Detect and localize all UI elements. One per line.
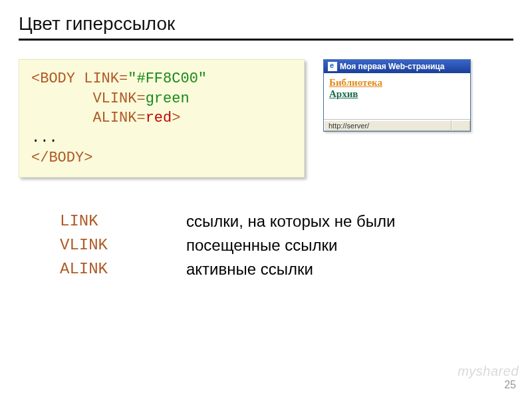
def-term: VLINK — [60, 233, 186, 257]
page-number: 25 — [504, 379, 516, 391]
code-text: red — [146, 110, 172, 126]
def-term: ALINK — [60, 257, 186, 281]
code-text: ALINK= — [31, 110, 146, 126]
def-desc: ссылки, на которых не были — [186, 209, 395, 233]
def-desc: активные ссылки — [186, 257, 313, 281]
watermark: myshared — [458, 364, 519, 379]
slide-title: Цвет гиперссылок — [19, 13, 513, 35]
browser-viewport: Библиотека Архив — [324, 73, 470, 120]
browser-titlebar: Моя первая Web-страница — [324, 60, 470, 73]
browser-statusbar: http://server/ — [324, 120, 470, 131]
code-text: </BODY> — [31, 148, 292, 168]
content-row: <BODY LINK="#FF8C00" VLINK=green ALINK=r… — [19, 59, 513, 178]
code-text: ... — [31, 128, 292, 148]
preview-link-library[interactable]: Библиотека — [329, 77, 465, 88]
code-text: "#FF8C00" — [128, 70, 207, 87]
def-term: LINK — [60, 209, 186, 233]
definitions-list: LINK ссылки, на которых не были VLINK по… — [60, 209, 513, 281]
ie-icon — [328, 62, 337, 71]
def-desc: посещенные ссылки — [186, 233, 337, 257]
browser-title: Моя первая Web-страница — [340, 62, 444, 71]
preview-link-archive[interactable]: Архив — [329, 88, 465, 100]
list-item: LINK ссылки, на которых не были — [60, 209, 513, 233]
list-item: ALINK активные ссылки — [60, 257, 513, 281]
status-url: http://server/ — [324, 120, 452, 131]
code-text: VLINK= — [31, 90, 146, 107]
title-divider — [19, 39, 513, 41]
status-spacer — [452, 120, 470, 131]
code-text: > — [172, 110, 180, 126]
list-item: VLINK посещенные ссылки — [60, 233, 513, 257]
code-example-box: <BODY LINK="#FF8C00" VLINK=green ALINK=r… — [19, 59, 305, 178]
code-text: <BODY — [31, 70, 84, 87]
browser-preview: Моя первая Web-страница Библиотека Архив… — [323, 59, 471, 132]
code-text: LINK= — [84, 70, 128, 87]
code-text: green — [146, 90, 190, 107]
